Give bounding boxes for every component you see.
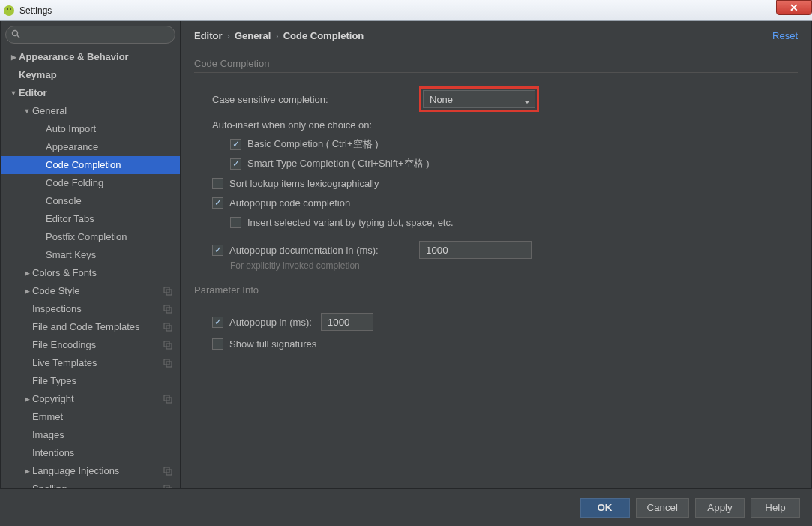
chevron-right-icon: ▶ [22,284,32,298]
settings-content: Editor › General › Code Completion Reset… [181,21,811,488]
breadcrumb: Editor › General › Code Completion Reset [181,21,811,49]
sidebar-item-label: Code Completion [46,158,174,172]
sort-lookup-checkbox[interactable] [212,178,223,189]
section-title: Code Completion [194,58,798,73]
sidebar-item-label: Colors & Fonts [32,266,174,280]
basic-completion-checkbox[interactable] [230,139,241,150]
breadcrumb-part: Editor [194,30,223,41]
sidebar-item-code-folding[interactable]: Code Folding [1,174,180,192]
sidebar-item-label: Console [46,194,174,208]
autopopup-doc-label: Autopopup documentation in (ms): [229,245,419,256]
sidebar-item-file-and-code-templates[interactable]: File and Code Templates [1,318,180,336]
param-autopopup-checkbox[interactable] [212,317,223,328]
sidebar-item-code-completion[interactable]: Code Completion [1,156,180,174]
project-override-icon [163,358,174,368]
param-autopopup-input[interactable] [321,313,373,331]
project-override-icon [163,286,174,296]
window-title: Settings [19,5,52,16]
sidebar-item-label: File Encodings [32,338,163,352]
autopopup-doc-checkbox[interactable] [212,245,223,256]
sidebar-item-label: Live Templates [32,356,163,370]
help-button[interactable]: Help [751,498,800,518]
sidebar-item-label: Postfix Completion [46,230,174,244]
case-sensitive-label: Case sensitive completion: [212,94,419,105]
sidebar-item-smart-keys[interactable]: Smart Keys [1,246,180,264]
sidebar-item-appearance[interactable]: Appearance [1,138,180,156]
svg-point-1 [7,8,8,10]
app-icon [3,5,15,17]
sidebar-item-label: Code Folding [46,176,174,190]
sidebar-item-file-types[interactable]: File Types [1,372,180,390]
settings-tree: ▶Appearance & BehaviorKeymap▼Editor▼Gene… [1,48,180,488]
case-sensitive-dropdown[interactable]: None [423,90,535,108]
autopopup-doc-input[interactable] [419,241,532,259]
settings-sidebar: ▶Appearance & BehaviorKeymap▼Editor▼Gene… [1,21,181,488]
chevron-right-icon: ▶ [22,392,32,406]
show-full-sig-label: Show full signatures [229,338,316,350]
sidebar-item-emmet[interactable]: Emmet [1,408,180,426]
dialog-footer: OK Cancel Apply Help [0,488,812,526]
sidebar-item-auto-import[interactable]: Auto Import [1,120,180,138]
chevron-down-icon [524,96,530,107]
sidebar-item-editor-tabs[interactable]: Editor Tabs [1,210,180,228]
sidebar-item-general[interactable]: ▼General [1,102,180,120]
search-input[interactable] [5,26,175,44]
chevron-right-icon: › [275,30,278,41]
ok-button[interactable]: OK [580,498,630,518]
sidebar-item-label: Language Injections [32,464,163,478]
sidebar-item-intentions[interactable]: Intentions [1,444,180,462]
autopopup-doc-hint: For explicitly invoked completion [194,260,798,271]
sidebar-item-label: Images [32,428,174,442]
sidebar-item-label: File Types [32,374,174,388]
chevron-right-icon: › [227,30,230,41]
sidebar-item-label: Appearance [46,140,174,154]
show-full-sig-checkbox[interactable] [212,338,223,350]
sidebar-item-live-templates[interactable]: Live Templates [1,354,180,372]
svg-point-2 [10,8,11,10]
sidebar-item-console[interactable]: Console [1,192,180,210]
basic-completion-label: Basic Completion ( Ctrl+空格 ) [247,137,378,151]
breadcrumb-part: General [235,30,271,41]
chevron-down-icon: ▼ [8,86,19,100]
autopopup-code-checkbox[interactable] [212,197,223,209]
project-override-icon [163,322,174,332]
sidebar-item-keymap[interactable]: Keymap [1,66,180,84]
apply-button[interactable]: Apply [695,498,745,518]
section-title: Parameter Info [194,284,798,299]
sidebar-item-copyright[interactable]: ▶Copyright [1,390,180,408]
sidebar-item-language-injections[interactable]: ▶Language Injections [1,462,180,480]
sidebar-item-colors-fonts[interactable]: ▶Colors & Fonts [1,264,180,282]
sidebar-item-postfix-completion[interactable]: Postfix Completion [1,228,180,246]
sidebar-item-editor[interactable]: ▼Editor [1,84,180,102]
chevron-right-icon: ▶ [22,266,32,280]
sidebar-item-label: Editor Tabs [46,212,174,226]
sidebar-item-file-encodings[interactable]: File Encodings [1,336,180,354]
smart-type-completion-checkbox[interactable] [230,158,241,170]
sidebar-item-code-style[interactable]: ▶Code Style [1,282,180,300]
param-autopopup-label: Autopopup in (ms): [229,317,312,328]
window-titlebar: Settings ✕ [0,0,812,21]
breadcrumb-part: Code Completion [283,30,364,41]
smart-type-completion-label: Smart Type Completion ( Ctrl+Shift+空格 ) [247,157,430,170]
project-override-icon [163,340,174,350]
insert-selected-label: Insert selected variant by typing dot, s… [247,217,454,228]
sidebar-item-spelling[interactable]: Spelling [1,480,180,488]
sidebar-item-inspections[interactable]: Inspections [1,300,180,318]
sidebar-item-images[interactable]: Images [1,426,180,444]
sidebar-item-label: Appearance & Behavior [19,50,174,64]
project-override-icon [163,466,174,476]
sidebar-item-label: Code Style [32,284,163,298]
sidebar-item-label: Inspections [32,302,163,316]
chevron-down-icon: ▼ [22,104,32,118]
sidebar-item-label: Emmet [32,410,174,424]
sidebar-item-label: File and Code Templates [32,320,163,334]
window-close-button[interactable]: ✕ [776,0,812,15]
chevron-right-icon: ▶ [8,50,19,64]
sidebar-item-appearance-behavior[interactable]: ▶Appearance & Behavior [1,48,180,66]
cancel-button[interactable]: Cancel [636,498,690,518]
sort-lookup-label: Sort lookup items lexicographically [229,178,379,189]
project-override-icon [163,484,174,488]
insert-selected-checkbox[interactable] [230,217,241,228]
sidebar-item-label: Smart Keys [46,248,174,262]
reset-link[interactable]: Reset [772,30,798,41]
